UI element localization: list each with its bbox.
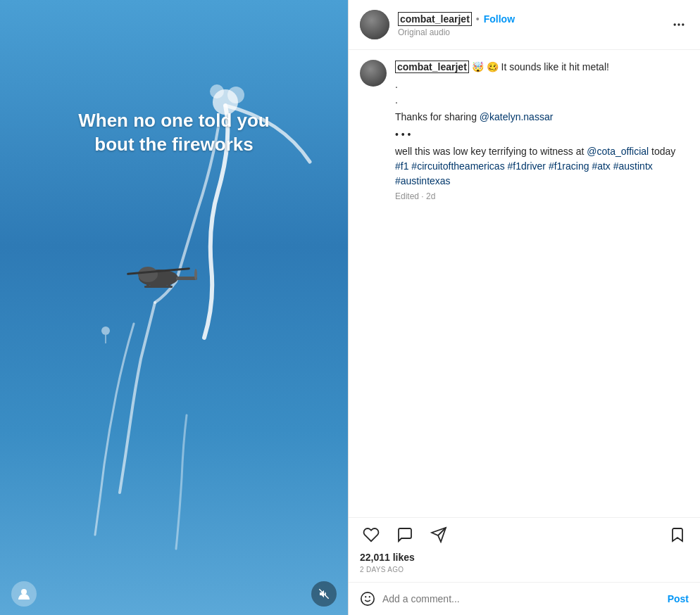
video-controls <box>0 573 348 615</box>
svg-point-20 <box>361 592 374 605</box>
post-comment-button[interactable]: Post <box>668 593 689 604</box>
svg-point-1 <box>227 87 244 103</box>
comment-avatar <box>360 60 387 87</box>
svg-point-13 <box>21 589 27 595</box>
user-avatar-button[interactable] <box>11 581 37 607</box>
svg-point-15 <box>674 23 676 25</box>
comment-text-line1: combat_learjet🤯 🥴 It sounds like it hit … <box>395 60 689 75</box>
like-button[interactable] <box>360 524 382 546</box>
hashtag-austintexas[interactable]: #austintexas <box>395 175 451 186</box>
comment-button[interactable] <box>394 524 416 546</box>
dot-line-1: . <box>395 79 689 90</box>
comment-body-text: well this was low key terrifying to witn… <box>395 144 689 189</box>
svg-point-16 <box>677 23 680 25</box>
hashtag-circuit[interactable]: #circuitoftheamericas <box>411 160 504 172</box>
follow-button[interactable]: Follow <box>484 13 515 25</box>
hashtag-f1[interactable]: #f1 <box>395 160 408 172</box>
mute-button[interactable] <box>311 581 337 607</box>
share-button[interactable] <box>427 524 450 546</box>
dot-separator: • <box>476 13 480 25</box>
comment-username[interactable]: combat_learjet <box>395 61 469 73</box>
mention-katelyn[interactable]: @katelyn.nassar <box>480 111 553 122</box>
user-info: combat_learjet • Follow Original audio <box>398 12 669 37</box>
video-panel: When no one told you bout the fireworks <box>0 0 348 615</box>
helicopter-icon <box>116 253 201 296</box>
svg-rect-9 <box>146 284 149 288</box>
comment-input[interactable] <box>382 593 668 604</box>
hashtag-f1racing[interactable]: #f1racing <box>549 160 589 172</box>
post-header: combat_learjet • Follow Original audio <box>349 0 700 50</box>
comment-line1: It sounds like it hit metal! <box>501 61 609 72</box>
emoji-button[interactable] <box>360 591 375 607</box>
thanks-line: Thanks for sharing @katelyn.nassar <box>395 110 689 125</box>
hashtag-atx[interactable]: #atx <box>592 160 610 172</box>
comment-body: combat_learjet🤯 🥴 It sounds like it hit … <box>395 60 689 201</box>
svg-point-6 <box>138 267 158 282</box>
actions-bar: 22,011 likes 2 DAYS AGO <box>349 517 700 582</box>
video-overlay-text: When no one told you bout the fireworks <box>68 109 280 157</box>
svg-point-5 <box>194 269 197 280</box>
header-avatar <box>360 10 389 39</box>
dot-line-2: . <box>395 94 689 106</box>
comments-area: combat_learjet🤯 🥴 It sounds like it hit … <box>349 50 700 517</box>
dots-line: • • • <box>395 129 689 140</box>
hashtag-austintx[interactable]: #austintx <box>613 160 653 172</box>
add-comment-bar: Post <box>349 582 700 615</box>
svg-point-2 <box>210 84 224 99</box>
action-icons-row <box>360 524 689 546</box>
svg-rect-4 <box>176 277 197 280</box>
mention-cota[interactable]: @cota_official <box>587 146 649 157</box>
comment-meta: Edited · 2d <box>395 191 689 201</box>
firework-object <box>92 317 120 345</box>
audio-label: Original audio <box>398 27 669 37</box>
svg-point-17 <box>682 23 684 25</box>
comment-emojis: 🤯 🥴 <box>472 61 499 72</box>
smoke-trails <box>0 0 348 615</box>
svg-rect-10 <box>168 284 170 288</box>
header-username[interactable]: combat_learjet <box>398 12 472 26</box>
svg-point-11 <box>101 326 110 335</box>
time-ago: 2 DAYS AGO <box>360 566 689 573</box>
right-panel: combat_learjet • Follow Original audio c… <box>348 0 700 615</box>
hashtag-f1driver[interactable]: #f1driver <box>508 160 546 172</box>
more-options-button[interactable] <box>669 15 689 34</box>
likes-count: 22,011 likes <box>360 552 689 563</box>
bookmark-button[interactable] <box>666 524 689 546</box>
main-comment: combat_learjet🤯 🥴 It sounds like it hit … <box>360 60 689 201</box>
